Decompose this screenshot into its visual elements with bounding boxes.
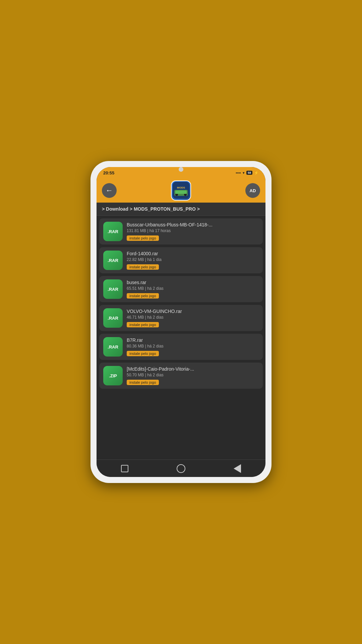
battery-indicator: 58: [246, 171, 252, 175]
status-icons: ▪▪▪▪ ▾ 58 ⚡: [236, 171, 259, 175]
file-info: buses.rar 65.51 MB | há 2 dias instale p…: [127, 280, 259, 299]
status-time: 20:55: [103, 170, 114, 175]
file-install-tag: instale pelo jogo: [127, 351, 159, 356]
file-info: Busscar-Urbanuss-Pluss-MB-OF-1418-... 13…: [127, 222, 259, 241]
file-name-label: B7R.rar: [127, 337, 259, 343]
file-extension-label: .RAR: [108, 344, 118, 350]
file-type-icon: .RAR: [103, 308, 123, 328]
list-item[interactable]: .RAR VOLVO-VM-GUINCHO.rar 46.71 MB | há …: [99, 305, 263, 331]
file-install-tag: instale pelo jogo: [127, 380, 159, 385]
file-type-icon: .ZIP: [103, 366, 123, 385]
file-install-tag: instale pelo jogo: [127, 322, 159, 327]
list-item[interactable]: .RAR Ford-14000.rar 22.82 MB | há 1 dia …: [99, 247, 263, 273]
phone-notch: [179, 167, 183, 172]
svg-rect-5: [175, 191, 187, 194]
file-extension-label: .RAR: [108, 229, 118, 234]
logo-image: MODS: [173, 182, 189, 199]
back-button[interactable]: ←: [102, 183, 117, 198]
bottom-nav: [97, 460, 265, 477]
file-info: VOLVO-VM-GUINCHO.rar 46.71 MB | há 2 dia…: [127, 309, 259, 327]
breadcrumb-text: > Download > MODS_PROTON_BUS_PRO >: [102, 206, 200, 212]
nav-recents-button[interactable]: [119, 463, 130, 474]
file-name-label: Ford-14000.rar: [127, 251, 259, 256]
file-info: Ford-14000.rar 22.82 MB | há 1 dia insta…: [127, 251, 259, 270]
list-item[interactable]: .RAR B7R.rar 80.36 MB | há 2 dias instal…: [99, 334, 263, 360]
file-meta-label: 22.82 MB | há 1 dia: [127, 257, 259, 262]
file-list: .RAR Busscar-Urbanuss-Pluss-MB-OF-1418-.…: [97, 216, 265, 460]
wifi-icon: ▾: [243, 171, 245, 175]
file-meta-label: 131.81 MB | há 17 horas: [127, 228, 259, 233]
file-meta-label: 50.70 MB | há 2 dias: [127, 373, 259, 377]
signal-icon: ▪▪▪▪: [236, 171, 241, 175]
file-info: B7R.rar 80.36 MB | há 2 dias instale pel…: [127, 337, 259, 356]
file-name-label: VOLVO-VM-GUINCHO.rar: [127, 309, 259, 314]
home-icon: [177, 464, 185, 473]
file-name-label: Busscar-Urbanuss-Pluss-MB-OF-1418-...: [127, 222, 259, 227]
nav-back-button[interactable]: [232, 463, 243, 474]
phone-screen: 20:55 ▪▪▪▪ ▾ 58 ⚡ ← MODS: [97, 167, 265, 477]
phone-frame: 20:55 ▪▪▪▪ ▾ 58 ⚡ ← MODS: [90, 161, 272, 483]
file-name-label: [McEdits]-Caio-Padron-Vitoria-...: [127, 366, 259, 372]
file-name-label: buses.rar: [127, 280, 259, 285]
file-install-tag: instale pelo jogo: [127, 235, 159, 241]
charging-icon: ⚡: [254, 171, 259, 175]
list-item[interactable]: .RAR buses.rar 65.51 MB | há 2 dias inst…: [99, 276, 263, 302]
app-header: ← MODS AD: [97, 178, 265, 203]
file-type-icon: .RAR: [103, 222, 123, 241]
file-type-icon: .RAR: [103, 251, 123, 270]
file-meta-label: 65.51 MB | há 2 dias: [127, 286, 259, 291]
file-info: [McEdits]-Caio-Padron-Vitoria-... 50.70 …: [127, 366, 259, 385]
svg-text:MODS: MODS: [177, 186, 185, 189]
file-extension-label: .RAR: [108, 287, 118, 292]
file-meta-label: 46.71 MB | há 2 dias: [127, 315, 259, 320]
list-item[interactable]: .ZIP [McEdits]-Caio-Padron-Vitoria-... 5…: [99, 363, 263, 389]
breadcrumb: > Download > MODS_PROTON_BUS_PRO >: [97, 203, 265, 216]
app-logo: MODS: [171, 180, 191, 201]
nav-home-button[interactable]: [176, 463, 186, 474]
file-type-icon: .RAR: [103, 337, 123, 357]
file-install-tag: instale pelo jogo: [127, 264, 159, 270]
file-install-tag: instale pelo jogo: [127, 293, 159, 299]
ad-icon: AD: [250, 188, 256, 193]
file-extension-label: .RAR: [108, 316, 118, 321]
ad-button[interactable]: AD: [245, 183, 260, 198]
file-extension-label: .ZIP: [109, 373, 117, 378]
list-item[interactable]: .RAR Busscar-Urbanuss-Pluss-MB-OF-1418-.…: [99, 218, 263, 245]
back-arrow-icon: ←: [106, 187, 113, 194]
recents-icon: [121, 465, 128, 472]
file-meta-label: 80.36 MB | há 2 dias: [127, 344, 259, 348]
back-icon: [234, 464, 241, 473]
file-extension-label: .RAR: [108, 258, 118, 263]
file-type-icon: .RAR: [103, 279, 123, 299]
